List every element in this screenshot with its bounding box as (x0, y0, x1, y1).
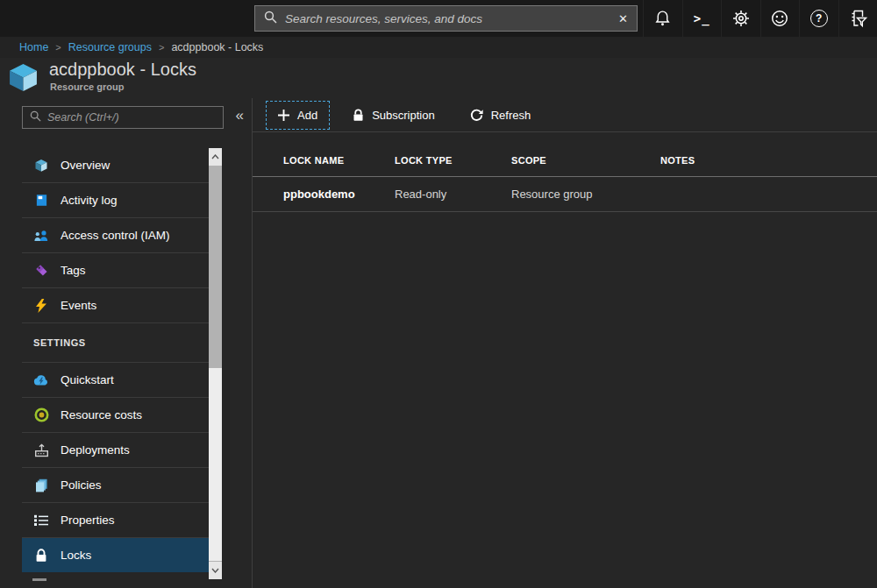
lightning-icon (33, 299, 49, 313)
column-header-lock-name: LOCK NAME (283, 155, 395, 166)
scroll-up-button[interactable] (209, 148, 222, 166)
breadcrumb-separator: > (55, 42, 61, 53)
deploy-box-icon (33, 443, 49, 457)
cloud-shell-button[interactable]: >_ (682, 0, 722, 37)
breadcrumb-current: acdppbook - Locks (171, 41, 263, 53)
sidebar-item-label: Locks (61, 549, 91, 562)
notifications-button[interactable] (643, 0, 682, 37)
column-header-notes: NOTES (660, 155, 877, 166)
sidebar-menu: Overview Activity log Access control (IA… (0, 148, 209, 572)
refresh-icon (470, 109, 483, 122)
global-search[interactable]: ✕ (254, 5, 638, 32)
resource-group-cube-icon (7, 61, 39, 97)
directory-filter-button[interactable] (838, 0, 877, 37)
locks-table: LOCK NAME LOCK TYPE SCOPE NOTES ppbookde… (253, 144, 877, 212)
sidebar-item-policies[interactable]: Policies (22, 468, 209, 502)
sidebar-collapse-icon[interactable]: « (236, 107, 244, 124)
sidebar-item-label: Events (61, 299, 96, 312)
add-button-label: Add (297, 109, 317, 122)
lock-type-cell: Read-only (395, 188, 511, 201)
chevron-down-icon (211, 568, 219, 573)
scroll-down-button[interactable] (209, 562, 222, 579)
cost-ring-icon (33, 407, 49, 422)
breadcrumb-home[interactable]: Home (19, 41, 48, 53)
subscription-button[interactable]: Subscription (340, 101, 447, 130)
properties-list-icon (33, 514, 49, 527)
tag-icon (33, 264, 49, 277)
breadcrumb-separator: > (159, 42, 164, 53)
directory-filter-icon (847, 8, 868, 29)
sidebar-item-properties[interactable]: Properties (22, 503, 209, 537)
refresh-button[interactable]: Refresh (458, 101, 544, 130)
top-bar: ✕ >_ ? (0, 0, 877, 37)
activity-log-icon (33, 194, 49, 207)
sidebar-item-label: Policies (61, 478, 102, 492)
sidebar-item-overview[interactable]: Overview (22, 148, 209, 182)
sidebar-item-label: Tags (61, 264, 86, 277)
lock-name-cell: ppbookdemo (283, 188, 395, 201)
sidebar-item-quickstart[interactable]: Quickstart (22, 363, 209, 397)
sidebar-item-tags[interactable]: Tags (22, 253, 209, 287)
people-icon (33, 230, 49, 242)
help-button[interactable]: ? (799, 0, 838, 37)
cloud-lightning-icon (33, 374, 49, 386)
table-row[interactable]: ppbookdemo Read-only Resource group (253, 177, 877, 212)
sidebar: « Overview Activity log Access control (… (0, 98, 252, 588)
refresh-button-label: Refresh (491, 109, 531, 122)
lock-icon (33, 549, 49, 563)
sidebar-item-activity-log[interactable]: Activity log (22, 183, 209, 217)
bell-icon (653, 9, 672, 28)
settings-section-header: SETTINGS (0, 323, 209, 362)
sidebar-item-label: Activity log (61, 194, 118, 207)
settings-button[interactable] (721, 0, 760, 37)
sidebar-item-access-control[interactable]: Access control (IAM) (22, 218, 209, 252)
search-icon (264, 11, 277, 27)
sidebar-item-label: Access control (IAM) (61, 229, 170, 242)
cube-icon (33, 159, 49, 173)
sidebar-item-locks[interactable]: Locks (22, 538, 209, 572)
help-icon: ? (810, 10, 828, 27)
global-search-input[interactable] (285, 12, 610, 25)
scope-cell: Resource group (511, 188, 660, 201)
breadcrumb-resource-groups[interactable]: Resource groups (68, 41, 152, 53)
search-clear-icon[interactable]: ✕ (618, 13, 628, 25)
toolbar: Add Subscription Refresh (253, 98, 877, 131)
add-button[interactable]: Add (266, 101, 330, 130)
sidebar-search-input[interactable] (47, 111, 216, 124)
main-panel: Add Subscription Refresh LOCK NAME LOCK … (253, 98, 877, 588)
feedback-button[interactable] (760, 0, 800, 37)
policies-stack-icon (33, 478, 49, 492)
topbar-icon-group: >_ ? (643, 0, 877, 37)
page-subtitle: Resource group (50, 81, 124, 92)
table-header-row: LOCK NAME LOCK TYPE SCOPE NOTES (253, 144, 877, 177)
scrollbar-thumb[interactable] (209, 368, 222, 561)
sidebar-item-partial (32, 578, 46, 581)
sidebar-scrollbar[interactable] (209, 148, 222, 579)
sidebar-item-resource-costs[interactable]: Resource costs (22, 398, 209, 432)
smiley-icon (770, 9, 789, 28)
subscription-button-label: Subscription (372, 109, 435, 122)
divider (253, 131, 877, 132)
sidebar-item-events[interactable]: Events (22, 288, 209, 322)
terminal-icon: >_ (694, 11, 710, 25)
gear-icon (731, 9, 751, 28)
plus-icon (278, 110, 289, 121)
sidebar-item-label: Deployments (61, 443, 130, 457)
column-header-scope: SCOPE (511, 155, 660, 166)
sidebar-item-label: Overview (61, 159, 110, 172)
lock-icon (353, 109, 364, 122)
breadcrumb: Home > Resource groups > acdppbook - Loc… (0, 37, 877, 58)
sidebar-item-label: Resource costs (61, 408, 142, 422)
page-title: acdppbook - Locks (49, 60, 196, 80)
sidebar-item-label: Quickstart (61, 373, 114, 386)
sidebar-item-deployments[interactable]: Deployments (22, 433, 209, 467)
sidebar-item-label: Properties (61, 514, 115, 527)
chevron-up-icon (211, 154, 219, 159)
search-icon (30, 110, 41, 125)
sidebar-search[interactable] (22, 106, 224, 129)
column-header-lock-type: LOCK TYPE (395, 155, 511, 166)
